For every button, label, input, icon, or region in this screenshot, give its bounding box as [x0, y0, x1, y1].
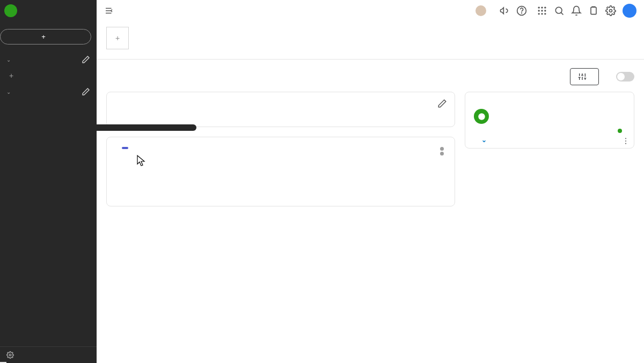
pencil-icon[interactable]: [82, 55, 90, 64]
menu-header[interactable]: ⌄: [0, 84, 97, 99]
cashflow-legend: [437, 147, 444, 157]
svg-point-5: [544, 7, 546, 9]
svg-point-18: [625, 143, 626, 144]
svg-point-16: [625, 138, 626, 139]
svg-point-14: [610, 10, 612, 12]
cashflow-card: [106, 137, 455, 206]
customize-layout-button[interactable]: [570, 68, 599, 85]
new-button[interactable]: [0, 29, 91, 45]
svg-point-6: [538, 10, 540, 11]
chevron-down-icon: ⌄: [6, 57, 11, 63]
bank-accounts-card: ⌄: [465, 92, 634, 149]
company-header: +: [97, 21, 644, 49]
menu-settings[interactable]: [0, 346, 97, 363]
privacy-toggle[interactable]: [616, 72, 634, 82]
plus-icon: +: [115, 34, 120, 43]
svg-point-15: [478, 113, 485, 120]
go-to-registers-link[interactable]: ⌄: [474, 136, 625, 144]
megaphone-icon[interactable]: [499, 5, 510, 16]
payroll-flyout: [97, 124, 196, 131]
bell-icon[interactable]: [571, 5, 582, 16]
collapse-sidebar-icon[interactable]: [104, 6, 114, 16]
search-icon[interactable]: [554, 5, 565, 16]
svg-point-17: [625, 140, 626, 142]
svg-point-2: [522, 13, 522, 13]
gear-icon[interactable]: [605, 5, 616, 16]
dot-icon: [440, 147, 444, 151]
topbar: [97, 0, 644, 21]
help-icon[interactable]: [516, 5, 527, 16]
gear-icon: [6, 351, 14, 359]
svg-point-3: [538, 7, 540, 9]
brand-mark-icon: [4, 4, 17, 17]
plus-icon: +: [8, 71, 15, 80]
add-logo-button[interactable]: +: [106, 27, 129, 49]
pencil-icon[interactable]: [437, 99, 447, 108]
svg-point-7: [541, 10, 543, 11]
chevron-down-icon: ⌄: [481, 136, 487, 144]
svg-rect-13: [591, 7, 596, 14]
sample-badge: [122, 147, 128, 149]
chevron-down-icon: ⌄: [6, 89, 11, 95]
svg-point-9: [538, 13, 540, 14]
svg-point-12: [555, 7, 562, 13]
business-financing-row[interactable]: [474, 105, 625, 128]
sidebar: ⌄ + ⌄: [0, 0, 97, 363]
svg-point-10: [541, 13, 543, 14]
bookmark-this-page[interactable]: +: [0, 67, 97, 84]
clipboard-icon[interactable]: [588, 5, 599, 16]
svg-point-8: [544, 10, 546, 11]
smart-quickbooks-badge: [474, 129, 623, 133]
pencil-icon[interactable]: [82, 87, 90, 96]
dot-icon: [440, 152, 444, 155]
sliders-icon: [578, 72, 587, 81]
user-avatar[interactable]: [623, 4, 636, 18]
quickbooks-icon: [474, 109, 489, 124]
tabs: [97, 49, 644, 60]
bookmarks-header[interactable]: ⌄: [0, 52, 97, 67]
brand[interactable]: [0, 0, 97, 21]
nav-list: [0, 99, 97, 346]
expert-avatar-icon: [475, 5, 486, 16]
kebab-icon[interactable]: [621, 137, 630, 145]
svg-point-11: [544, 13, 546, 14]
main-area: +: [97, 0, 644, 363]
shortcuts-card: [106, 92, 455, 127]
dashboard-controls: [97, 60, 644, 92]
svg-point-4: [541, 7, 543, 9]
apps-grid-icon[interactable]: [537, 5, 547, 16]
svg-point-0: [9, 354, 11, 356]
